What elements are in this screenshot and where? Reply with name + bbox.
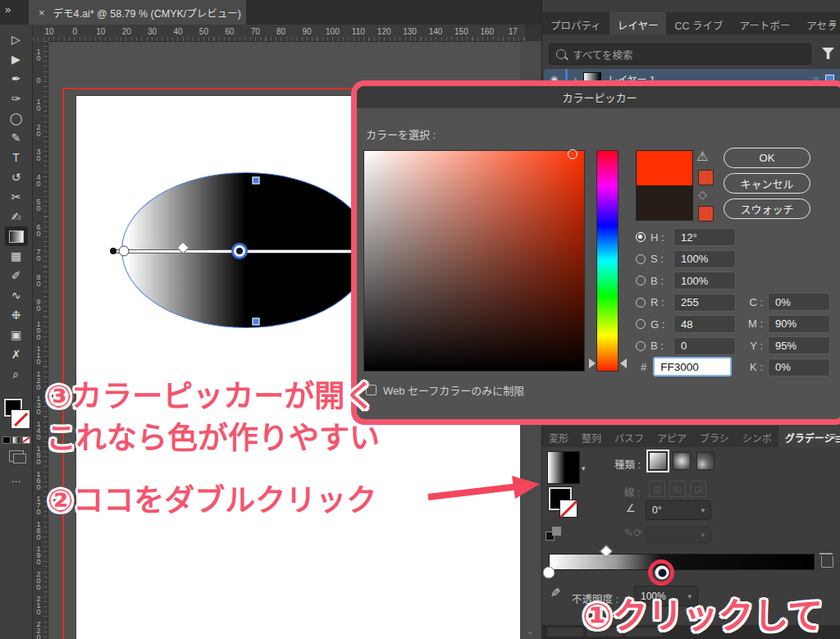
gradient-mini-icon[interactable]: [12, 436, 21, 444]
slice-tool-icon[interactable]: ✗: [5, 345, 28, 364]
gradient-tool-icon[interactable]: [5, 226, 28, 246]
saturation-brightness-field[interactable]: [363, 150, 585, 372]
linear-gradient-button[interactable]: [649, 452, 667, 470]
pen-tool-icon[interactable]: ✒: [5, 69, 28, 89]
stop-type-dropdown[interactable]: ▾: [646, 527, 711, 543]
gradient-stroke-none-swatch[interactable]: [560, 500, 577, 517]
draw-mode-icon[interactable]: [9, 450, 24, 462]
color-component-field[interactable]: 0: [673, 337, 736, 355]
cancel-button[interactable]: キャンセル: [724, 173, 810, 194]
annotation-step3: ③カラーピッカーが開く これなら色が作りやすい: [46, 376, 380, 459]
current-color-swatch: [637, 185, 692, 220]
not-web-safe-cube-icon[interactable]: ◇: [698, 188, 707, 201]
hex-input[interactable]: [653, 357, 732, 377]
symbol-sprayer-tool-icon[interactable]: ❉: [5, 305, 28, 325]
scissors-tool-icon[interactable]: ✂: [5, 187, 28, 207]
color-component-radio[interactable]: [636, 319, 646, 329]
scroll-down-icon[interactable]: ⌄: [527, 627, 533, 636]
gradient-preview-dropdown-icon[interactable]: ▾: [582, 464, 586, 472]
swatch-button[interactable]: スウォッチ: [724, 199, 810, 219]
stroke-none-swatch[interactable]: [11, 410, 30, 428]
cmyk-component-field[interactable]: 0%: [768, 293, 830, 311]
curvature-tool-icon[interactable]: ✑: [5, 89, 28, 108]
close-tab-icon[interactable]: ×: [39, 7, 45, 19]
angle-icon: ∠: [626, 502, 636, 514]
web-safe-color-square[interactable]: [698, 206, 714, 221]
hue-indicator-left-icon[interactable]: [589, 358, 596, 368]
angle-dropdown[interactable]: 0° ▾: [646, 500, 711, 520]
gradient-preview-swatch[interactable]: [547, 451, 580, 484]
color-field-marker[interactable]: [568, 149, 578, 159]
color-component-field[interactable]: 255: [673, 294, 736, 312]
web-safe-checkbox-row: Web セーフカラーのみに制限: [366, 382, 524, 398]
gradient-panel-menu-icon[interactable]: ≡: [829, 430, 836, 443]
gradient-slider-white-stop[interactable]: [543, 567, 555, 579]
reverse-gradient-icon[interactable]: [546, 527, 562, 541]
shaper-tool-icon[interactable]: ✍: [5, 207, 28, 226]
cmyk-component-field[interactable]: 0%: [768, 358, 830, 377]
cmyk-component-field[interactable]: 90%: [768, 315, 830, 333]
direct-selection-tool-icon[interactable]: ▶: [5, 49, 28, 69]
horizontal-ruler: 1001020304050607080901001101201301401501…: [33, 25, 525, 42]
in-gamut-color-square[interactable]: [698, 170, 714, 185]
color-component-field[interactable]: 100%: [673, 272, 736, 290]
zoom-tool-icon[interactable]: ⌕: [5, 364, 28, 384]
fill-stroke-swatches[interactable]: [4, 399, 29, 433]
delete-stop-trash-icon[interactable]: [821, 556, 833, 568]
expand-panels-icon[interactable]: »: [5, 3, 11, 16]
none-mini-icon[interactable]: [22, 436, 30, 444]
gradient-selected-stop[interactable]: [231, 243, 248, 259]
mesh-tool-icon[interactable]: ▦: [5, 246, 28, 266]
color-component-radio[interactable]: [636, 276, 646, 285]
document-tab[interactable]: × デモ4.ai* @ 58.79 % (CMYK/プレビュー): [29, 0, 246, 25]
annotation-step2: ②ココをダブルクリック: [48, 476, 377, 520]
color-component-field[interactable]: 100%: [673, 250, 736, 268]
hue-indicator-right-icon[interactable]: [620, 358, 627, 368]
color-component-radio[interactable]: [636, 232, 646, 242]
filter-icon[interactable]: [822, 48, 834, 59]
layers-search-input[interactable]: すべてを検索: [549, 43, 811, 65]
selection-handle-bottom[interactable]: [253, 318, 260, 326]
vertical-ruler: 1001020304050607080901001101201301401501…: [33, 41, 48, 639]
gradient-origin-dot[interactable]: [110, 248, 116, 254]
freeform-gradient-button[interactable]: [696, 452, 714, 470]
panel-menu-icon[interactable]: ≡: [829, 16, 836, 30]
color-component-radio[interactable]: [636, 298, 646, 308]
search-icon: [556, 49, 566, 59]
fill-color-mini-icon[interactable]: [2, 436, 11, 444]
out-of-gamut-warning-icon[interactable]: ⚠: [696, 148, 708, 164]
stroke-type-buttons: ◳ ◰ ◲: [649, 481, 706, 497]
ellipse-tool-icon[interactable]: ◯: [5, 108, 28, 128]
selection-tool-icon[interactable]: ▷: [5, 30, 28, 49]
stroke-across-button[interactable]: ◲: [690, 481, 706, 497]
gradient-eyedropper-icon[interactable]: ✐: [550, 584, 561, 599]
toolbar-swatch-area: …: [0, 392, 33, 485]
stroke-along-button[interactable]: ◰: [669, 481, 686, 497]
selection-handle-top[interactable]: [253, 177, 260, 185]
edit-gradient-icon[interactable]: ✎⟳: [624, 527, 642, 539]
gradient-slider-bar[interactable]: [549, 554, 815, 570]
type-tool-icon[interactable]: T: [5, 148, 28, 167]
eyedropper-tool-icon[interactable]: ✐: [5, 266, 28, 285]
cmyk-rows: C : 0% M : 90% Y : 95% K : 0%: [746, 293, 830, 377]
gradient-start-stop[interactable]: [119, 246, 130, 257]
cmyk-component-field[interactable]: 95%: [768, 336, 830, 354]
color-component-radio[interactable]: [636, 341, 646, 351]
dialog-title[interactable]: カラーピッカー: [357, 86, 840, 108]
pencil-tool-icon[interactable]: ✎: [5, 128, 28, 148]
annotation-ring-icon: [648, 559, 674, 586]
search-placeholder: すべてを検索: [573, 47, 632, 62]
stroke-within-button[interactable]: ◳: [649, 481, 665, 497]
artboard-tool-icon[interactable]: ▣: [5, 325, 28, 345]
rotate-tool-icon[interactable]: ↺: [5, 167, 28, 187]
ok-button[interactable]: OK: [724, 148, 810, 168]
color-component-radio[interactable]: [636, 254, 646, 264]
more-tools-icon[interactable]: …: [11, 473, 22, 485]
tool-palette: ▷ ▶ ✒ ✑ ◯ ✎ T ↺ ✂ ✍ ▦ ✐ ∿ ❉ ▣ ✗ ⌕: [0, 25, 33, 639]
radial-gradient-button[interactable]: [673, 452, 691, 470]
blend-tool-icon[interactable]: ∿: [5, 285, 28, 305]
color-component-field[interactable]: 12°: [673, 228, 736, 246]
document-title: デモ4.ai* @ 58.79 % (CMYK/プレビュー): [53, 5, 241, 21]
hue-slider[interactable]: [596, 150, 619, 372]
color-component-field[interactable]: 48: [673, 315, 736, 333]
